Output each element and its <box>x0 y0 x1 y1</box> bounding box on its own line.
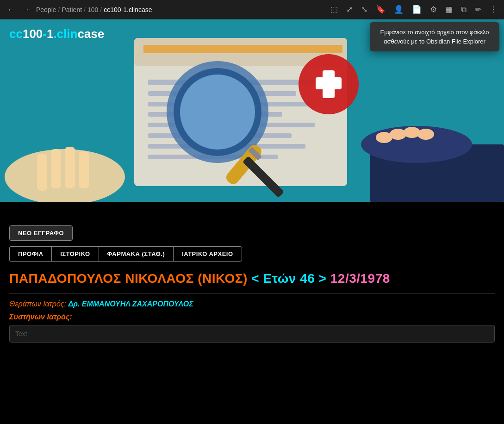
new-doc-row: ΝΕΟ ΕΓΓΡΑΦΟ <box>9 225 495 246</box>
toolbar-icons: ⬚ ⤢ ⤡ 🔖 👤 📄 ⚙ ▦ ⧉ ✏ ⋮ <box>329 4 499 15</box>
age-value: 46 <box>300 271 315 286</box>
monitor-icon[interactable]: ⬚ <box>329 4 340 15</box>
svg-rect-18 <box>316 77 342 89</box>
svg-rect-21 <box>51 149 61 188</box>
svg-point-14 <box>177 71 258 153</box>
logo-cc: cc <box>9 27 23 41</box>
svg-rect-11 <box>143 45 342 53</box>
logo-case: case <box>77 27 104 41</box>
content-area: ΝΕΟ ΕΓΓΡΑΦΟ ΠΡΟΦΙΛ ΙΣΤΟΡΙΚΟ ΦΑΡΜΑΚΑ (ΣΤΑ… <box>0 202 504 352</box>
patient-name: ΠΑΠΑΔΟΠΟΥΛΟΣ ΝΙΚΟΛΑΟΣ (ΝΙΚΟΣ) < Ετών 46 … <box>9 271 495 287</box>
breadcrumb-sep2: / <box>84 6 86 13</box>
logo-num: 100 <box>23 27 43 41</box>
tooltip: Εμφάνισε το ανοιχτό αρχείο στον φάκελο α… <box>370 22 499 51</box>
svg-rect-20 <box>37 154 47 191</box>
new-doc-button[interactable]: ΝΕΟ ΕΓΓΡΑΦΟ <box>9 225 73 241</box>
breadcrumb-people[interactable]: People <box>36 6 56 13</box>
svg-point-28 <box>404 127 420 138</box>
age-label: Ετών <box>263 271 296 286</box>
layout-icon[interactable]: ▦ <box>443 4 454 15</box>
logo-clin: clin <box>57 27 78 41</box>
breadcrumb-patient[interactable]: Patient <box>62 6 82 13</box>
expand-icon[interactable]: ⤡ <box>359 4 369 15</box>
tab-medications[interactable]: ΦΑΡΜΑΚΑ (ΣΤΑΘ.) <box>99 246 174 262</box>
age-lt: < <box>251 271 259 286</box>
tooltip-text: Εμφάνισε το ανοιχτό αρχείο στον φάκελο α… <box>380 29 489 45</box>
age-gt: > <box>319 271 327 286</box>
breadcrumb-filename: cc100-1.clincase <box>104 6 152 13</box>
bookmark-icon[interactable]: 🔖 <box>374 4 387 15</box>
tab-medical-archive[interactable]: ΙΑΤΡΙΚΟ ΑΡΧΕΙΟ <box>173 246 242 262</box>
logo-dash: - <box>43 27 47 41</box>
svg-rect-22 <box>65 147 75 188</box>
breadcrumb: People / Patient / 100 / cc100-1.clincas… <box>36 6 325 13</box>
referral-text-input[interactable] <box>9 325 495 343</box>
doctor-label: Θεράπων Ιατρός: <box>9 300 66 308</box>
logo-dot: . <box>53 27 56 41</box>
referral-label: Συστήνων Ιατρός: <box>9 313 495 321</box>
svg-rect-23 <box>79 151 89 188</box>
breadcrumb-sep1: / <box>58 6 60 13</box>
forward-button[interactable]: → <box>19 5 32 15</box>
breadcrumb-sep3: / <box>100 6 102 13</box>
back-button[interactable]: ← <box>5 5 18 15</box>
tabs-row: ΠΡΟΦΙΛ ΙΣΤΟΡΙΚΟ ΦΑΡΜΑΚΑ (ΣΤΑΘ.) ΙΑΤΡΙΚΟ … <box>9 246 495 262</box>
spacer <box>9 212 495 225</box>
edit-icon[interactable]: ✏ <box>473 4 483 15</box>
copy-icon[interactable]: ⧉ <box>459 4 468 15</box>
more-icon[interactable]: ⋮ <box>488 4 499 15</box>
titlebar: ← → People / Patient / 100 / cc100-1.cli… <box>0 0 504 19</box>
patient-dob: 12/3/1978 <box>330 271 390 286</box>
patient-surname: ΠΑΠΑΔΟΠΟΥΛΟΣ <box>9 271 121 286</box>
tab-profile[interactable]: ΠΡΟΦΙΛ <box>9 246 51 262</box>
divider-1 <box>9 293 495 293</box>
patient-nickname: (ΝΙΚΟΣ) <box>198 271 248 286</box>
person-icon[interactable]: 👤 <box>392 4 405 15</box>
patient-firstname: ΝΙΚΟΛΑΟΣ <box>125 271 194 286</box>
svg-point-29 <box>417 129 434 140</box>
settings-icon[interactable]: ⚙ <box>428 4 439 15</box>
logo-one: 1 <box>47 27 53 41</box>
tab-history[interactable]: ΙΣΤΟΡΙΚΟ <box>51 246 98 262</box>
svg-point-27 <box>390 129 406 140</box>
app-logo: cc100-1.clincase <box>9 27 104 41</box>
doctor-name: Δρ. ΕΜΜΑΝΟΥΗΛ ΖΑΧΑΡΟΠΟΥΛΟΣ <box>68 300 193 308</box>
nav-buttons: ← → <box>5 5 32 15</box>
treating-doctor-line: Θεράπων Ιατρός: Δρ. ΕΜΜΑΝΟΥΗΛ ΖΑΧΑΡΟΠΟΥΛ… <box>9 300 495 308</box>
file-icon[interactable]: 📄 <box>410 4 423 15</box>
shrink-icon[interactable]: ⤢ <box>344 4 355 15</box>
breadcrumb-num[interactable]: 100 <box>87 6 98 13</box>
